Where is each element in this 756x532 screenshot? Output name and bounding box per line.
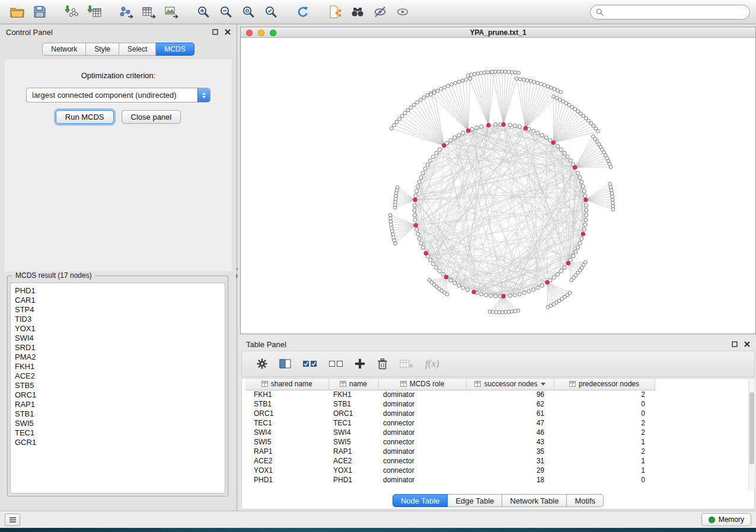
column-header-mcds-role[interactable]: MCDS role (378, 379, 466, 390)
save-icon (33, 5, 46, 18)
function-builder-button[interactable]: f(x) (425, 355, 439, 373)
mcds-result-item[interactable]: TEC1 (11, 428, 225, 438)
mcds-result-item[interactable]: GCR1 (11, 438, 225, 447)
mcds-result-item[interactable]: FKH1 (11, 362, 225, 371)
scrollbar-thumb[interactable] (749, 392, 754, 464)
export-image-button[interactable] (160, 2, 183, 21)
network-window-titlebar[interactable]: YPA_prune.txt_1 (241, 27, 755, 38)
tab-edge-table[interactable]: Edge Table (448, 494, 502, 507)
close-window-icon[interactable] (246, 30, 253, 36)
table-scrollbar[interactable] (748, 379, 755, 489)
mcds-result-item[interactable]: RAP1 (11, 400, 225, 409)
maximize-window-icon[interactable] (270, 30, 276, 36)
show-columns-button[interactable] (279, 355, 291, 373)
export-network-icon (119, 5, 133, 18)
mcds-result-item[interactable]: STP4 (11, 305, 225, 315)
float-window-icon[interactable] (732, 341, 738, 347)
close-icon[interactable] (744, 341, 750, 347)
save-session-button[interactable] (28, 2, 51, 21)
mcds-result-item[interactable]: SWI4 (11, 334, 225, 343)
select-all-button[interactable] (302, 355, 317, 373)
deselect-all-button[interactable] (328, 355, 343, 373)
table-row[interactable]: TEC1TEC1connector472 (245, 418, 655, 428)
eye-slash-icon (373, 5, 387, 18)
close-panel-button[interactable]: Close panel (122, 110, 181, 124)
mcds-result-item[interactable]: STB5 (11, 381, 225, 390)
column-type-icon (474, 381, 481, 387)
status-menu-button[interactable] (5, 514, 20, 526)
search-box[interactable] (590, 5, 750, 20)
import-table-button[interactable] (83, 2, 106, 21)
column-header-shared-name[interactable]: shared name (245, 379, 328, 390)
table-row[interactable]: STB1STB1dominator620 (245, 399, 655, 409)
node-table: shared name name MCDS role successor nod… (245, 379, 655, 485)
table-header-row: shared name name MCDS role successor nod… (245, 379, 655, 390)
tab-motifs[interactable]: Motifs (567, 494, 604, 507)
memory-button[interactable]: Memory (701, 513, 751, 526)
table-cell: 2 (554, 447, 655, 456)
table-row[interactable]: ORC1ORC1dominator610 (245, 409, 655, 418)
mcds-result-item[interactable]: SRD1 (11, 343, 225, 352)
table-cell: 31 (466, 456, 554, 466)
table-settings-button[interactable] (256, 355, 268, 373)
zoom-in-button[interactable] (192, 2, 215, 21)
column-header-predecessor-nodes[interactable]: predecessor nodes (554, 379, 655, 390)
export-document-button[interactable] (324, 2, 346, 21)
column-header-successor-nodes[interactable]: successor nodes (466, 379, 554, 390)
delete-column-button[interactable] (400, 355, 414, 373)
table-row[interactable]: SWI5SWI5connector431 (245, 437, 655, 447)
table-cell: 1 (554, 437, 655, 447)
tab-network[interactable]: Network (42, 43, 86, 56)
tab-node-table[interactable]: Node Table (393, 494, 448, 507)
table-cell: 2 (554, 418, 655, 428)
refresh-layout-button[interactable] (292, 2, 314, 21)
table-cell: RAP1 (328, 447, 378, 456)
find-button[interactable] (346, 2, 369, 21)
run-mcds-button[interactable]: Run MCDS (56, 110, 114, 124)
open-file-button[interactable] (6, 2, 28, 21)
minimize-window-icon[interactable] (258, 30, 264, 36)
mcds-result-list[interactable]: PHD1CAR1STP4TID3YOX1SWI4SRD1PMA2FKH1ACE2… (10, 283, 225, 493)
tab-mcds[interactable]: MCDS (156, 43, 194, 56)
table-row[interactable]: YOX1YOX1connector291 (245, 466, 655, 475)
delete-entry-button[interactable] (377, 355, 388, 373)
export-table-button[interactable] (138, 2, 160, 21)
dropdown-selected-value: largest connected component (undirected) (27, 91, 197, 100)
memory-label: Memory (719, 515, 744, 524)
table-cell: YOX1 (245, 466, 328, 475)
mcds-result-item[interactable]: ACE2 (11, 371, 225, 381)
hide-details-button[interactable] (369, 2, 391, 21)
mcds-result-item[interactable]: CAR1 (11, 296, 225, 305)
table-row[interactable]: FKH1FKH1dominator962 (245, 390, 655, 399)
network-canvas-svg[interactable] (241, 39, 755, 334)
mcds-result-item[interactable]: SWI5 (11, 419, 225, 428)
column-header-name[interactable]: name (328, 379, 378, 390)
zoom-selected-button[interactable] (260, 2, 282, 21)
mcds-result-item[interactable]: PHD1 (11, 286, 225, 296)
mcds-result-item[interactable]: STB1 (11, 409, 225, 419)
mcds-result-item[interactable]: TID3 (11, 315, 225, 324)
node-table-viewport[interactable]: shared name name MCDS role successor nod… (241, 378, 755, 509)
table-row[interactable]: RAP1RAP1dominator352 (245, 447, 655, 456)
float-window-icon[interactable] (212, 29, 218, 35)
show-details-button[interactable] (391, 2, 414, 21)
column-type-icon (340, 381, 346, 387)
add-entry-button[interactable] (355, 355, 365, 373)
table-row[interactable]: ACE2ACE2connector311 (245, 456, 655, 466)
export-network-button[interactable] (115, 2, 138, 21)
mcds-result-item[interactable]: PMA2 (11, 352, 225, 362)
tab-style[interactable]: Style (86, 43, 119, 56)
mcds-result-item[interactable]: ORC1 (11, 390, 225, 400)
close-icon[interactable] (225, 29, 231, 35)
tab-network-table[interactable]: Network Table (502, 494, 567, 507)
status-bar: Memory (0, 511, 756, 528)
mcds-result-item[interactable]: YOX1 (11, 324, 225, 334)
zoom-fit-button[interactable] (237, 2, 260, 21)
import-network-button[interactable] (60, 2, 83, 21)
optimization-criterion-dropdown[interactable]: largest connected component (undirected) (26, 88, 210, 102)
table-row[interactable]: SWI4SWI4dominator462 (245, 428, 655, 437)
tab-select[interactable]: Select (119, 43, 156, 56)
table-row[interactable]: PHD1PHD1dominator180 (245, 475, 655, 485)
zoom-out-button[interactable] (215, 2, 237, 21)
search-input[interactable] (607, 8, 744, 16)
